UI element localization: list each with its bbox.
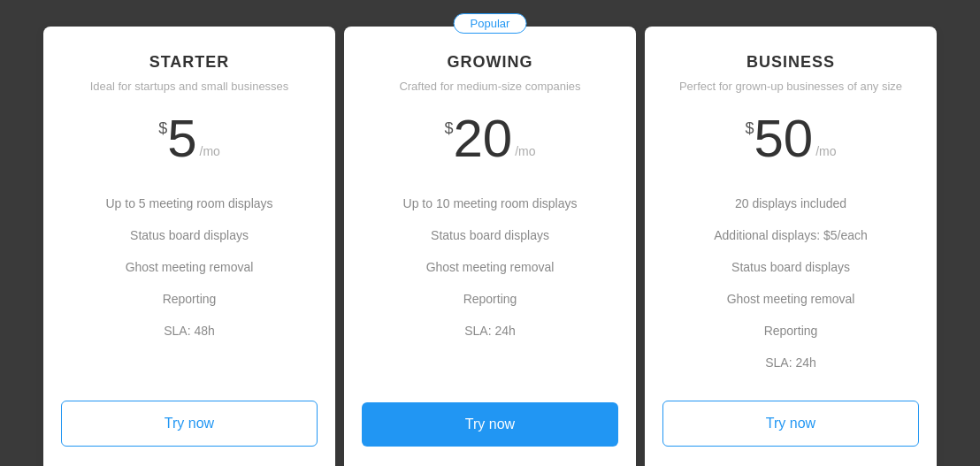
business-feature-2: Additional displays: $5/each	[662, 219, 919, 251]
business-feature-3: Status board displays	[662, 251, 919, 283]
business-feature-4: Ghost meeting removal	[662, 283, 919, 315]
starter-feature-2: Status board displays	[61, 219, 318, 251]
business-feature-1: 20 displays included	[662, 187, 919, 219]
business-price-period: /mo	[815, 144, 836, 158]
business-features-list: 20 displays included Additional displays…	[662, 187, 919, 378]
business-price-symbol: $	[745, 119, 754, 138]
business-plan-description: Perfect for grown-up businesses of any s…	[679, 79, 902, 95]
growing-feature-4: Reporting	[362, 283, 618, 315]
growing-features-list: Up to 10 meeting room displays Status bo…	[362, 187, 618, 380]
business-card: BUSINESS Perfect for grown-up businesses…	[645, 27, 937, 466]
growing-feature-5: SLA: 24h	[362, 315, 618, 347]
business-feature-6: SLA: 24h	[662, 347, 919, 378]
business-feature-5: Reporting	[662, 315, 919, 347]
growing-price-symbol: $	[444, 119, 453, 138]
growing-plan-description: Crafted for medium-size companies	[399, 79, 580, 95]
growing-feature-3: Ghost meeting removal	[362, 251, 618, 283]
growing-card: Popular GROWING Crafted for medium-size …	[344, 27, 636, 466]
business-try-now-button[interactable]: Try now	[662, 401, 919, 447]
starter-plan-name: STARTER	[149, 53, 230, 72]
starter-price-symbol: $	[158, 119, 167, 138]
starter-price-period: /mo	[200, 144, 220, 158]
pricing-container: STARTER Ideal for startups and small bus…	[0, 0, 980, 466]
growing-try-now-button[interactable]: Try now	[362, 402, 618, 447]
growing-feature-2: Status board displays	[362, 219, 618, 251]
growing-price-period: /mo	[515, 144, 535, 158]
growing-plan-name: GROWING	[448, 53, 533, 72]
growing-price-row: $ 20 /mo	[444, 112, 535, 165]
growing-price-amount: 20	[453, 112, 512, 165]
business-price-amount: 50	[754, 112, 813, 165]
starter-features-list: Up to 5 meeting room displays Status boa…	[61, 187, 318, 378]
starter-plan-description: Ideal for startups and small businesses	[90, 79, 289, 95]
starter-feature-4: Reporting	[61, 283, 318, 315]
starter-feature-5: SLA: 48h	[61, 315, 318, 347]
business-price-row: $ 50 /mo	[745, 112, 836, 165]
starter-feature-3: Ghost meeting removal	[61, 251, 318, 283]
starter-try-now-button[interactable]: Try now	[61, 401, 318, 447]
growing-feature-1: Up to 10 meeting room displays	[362, 187, 618, 219]
starter-price-amount: 5	[167, 112, 196, 165]
starter-price-row: $ 5 /mo	[158, 112, 220, 165]
starter-feature-1: Up to 5 meeting room displays	[61, 187, 318, 219]
popular-badge: Popular	[454, 13, 527, 34]
starter-card: STARTER Ideal for startups and small bus…	[43, 27, 335, 466]
business-plan-name: BUSINESS	[746, 53, 835, 72]
